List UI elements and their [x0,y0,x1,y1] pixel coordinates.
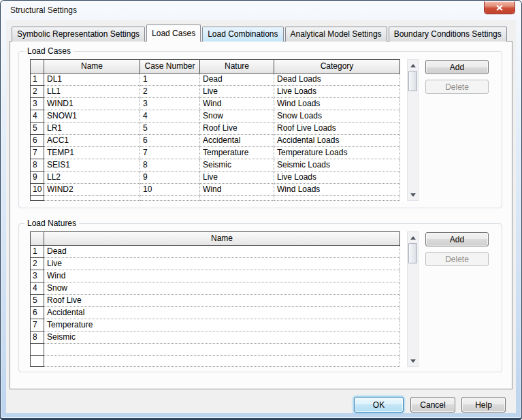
cell-nature[interactable]: Live [200,86,274,98]
cell-case-number[interactable]: 4 [140,110,200,123]
cell-name[interactable]: Accidental [44,307,400,319]
row-number[interactable]: 2 [30,86,44,98]
table-row[interactable]: 2 Live [30,258,400,270]
cell-category[interactable]: Dead Loads [274,74,400,86]
table-row[interactable]: 7 Temperature [30,319,400,332]
cell-nature[interactable]: Wind [200,184,274,196]
cell-category[interactable]: Accidental Loads [274,135,400,147]
cell-category[interactable]: Live Loads [274,172,400,184]
cell-case-number[interactable]: 8 [140,159,200,172]
row-number[interactable]: 5 [30,123,44,135]
table-row[interactable]: 2 LL1 2 Live Live Loads [30,86,400,98]
cell-name[interactable]: WIND2 [44,184,140,196]
column-header-name[interactable]: Name [44,231,400,246]
row-number[interactable]: 3 [30,270,44,282]
cell-nature[interactable]: Accidental [200,135,274,147]
column-header-name[interactable]: Name [44,59,140,74]
load-cases-scrollbar[interactable] [407,59,419,201]
cell-case-number[interactable]: 10 [140,184,200,196]
cell-name[interactable]: Live [44,258,400,270]
cell-category[interactable]: Wind Loads [274,98,400,110]
cell-name[interactable]: Seismic [44,332,400,344]
row-number[interactable]: 4 [30,110,44,123]
cell-nature[interactable]: Seismic [200,159,274,172]
cell-category[interactable]: Temperature Loads [274,147,400,159]
table-row[interactable]: 10 WIND2 10 Wind Wind Loads [30,184,400,196]
cell-category[interactable]: Seismic Loads [274,159,400,172]
row-number[interactable]: 3 [30,98,44,110]
table-row[interactable]: 7 TEMP1 7 Temperature Temperature Loads [30,147,400,159]
cell-name[interactable]: ACC1 [44,135,140,147]
title-bar[interactable]: Structural Settings [1,1,521,20]
cell-name[interactable]: LR1 [44,123,140,135]
cancel-button[interactable]: Cancel [410,397,455,413]
row-number[interactable]: 7 [30,319,44,332]
row-number[interactable]: 1 [30,246,44,258]
row-number[interactable]: 8 [30,159,44,172]
help-button[interactable]: Help [461,397,506,413]
table-row[interactable]: 3 Wind [30,270,400,282]
table-row-empty[interactable] [30,344,400,356]
cell-name[interactable]: Snow [44,282,400,295]
table-row[interactable]: 6 Accidental [30,307,400,319]
cell-category[interactable]: Wind Loads [274,184,400,196]
cell-name[interactable]: WIND1 [44,98,140,110]
load-cases-add-button[interactable]: Add [425,60,489,74]
table-row[interactable]: 4 SNOW1 4 Snow Snow Loads [30,110,400,123]
cell-name[interactable]: Dead [44,246,400,258]
cell-nature[interactable]: Temperature [200,147,274,159]
tab-load-cases[interactable]: Load Cases [146,25,201,42]
cell-nature[interactable]: Dead [200,74,274,86]
row-number[interactable]: 7 [30,147,44,159]
scroll-down-button[interactable] [408,355,418,366]
tab-load-combinations[interactable]: Load Combinations [202,27,283,42]
cell-category[interactable]: Snow Loads [274,110,400,123]
cell-name[interactable]: Roof Live [44,295,400,307]
column-header-nature[interactable]: Nature [200,59,274,74]
cell-case-number[interactable]: 2 [140,86,200,98]
table-row[interactable]: 1 Dead [30,246,400,258]
table-row[interactable]: 9 LL2 9 Live Live Loads [30,172,400,184]
cell-name[interactable]: LL1 [44,86,140,98]
scroll-up-button[interactable] [408,232,418,243]
tab-boundary-conditions-settings[interactable]: Boundary Conditions Settings [389,27,507,42]
table-row[interactable]: 3 WIND1 3 Wind Wind Loads [30,98,400,110]
cell-name[interactable]: TEMP1 [44,147,140,159]
row-number[interactable]: 2 [30,258,44,270]
row-number[interactable]: 10 [30,184,44,196]
cell-name[interactable]: SEIS1 [44,159,140,172]
cell-name[interactable]: SNOW1 [44,110,140,123]
row-number[interactable]: 4 [30,282,44,295]
load-natures-scrollbar[interactable] [407,231,419,367]
table-row[interactable]: 8 SEIS1 8 Seismic Seismic Loads [30,159,400,172]
cell-category[interactable]: Roof Live Loads [274,123,400,135]
close-button[interactable] [484,1,515,14]
cell-case-number[interactable]: 6 [140,135,200,147]
row-number[interactable]: 6 [30,135,44,147]
table-row[interactable]: 6 ACC1 6 Accidental Accidental Loads [30,135,400,147]
table-row[interactable]: 1 DL1 1 Dead Dead Loads [30,74,400,86]
row-number[interactable]: 1 [30,74,44,86]
cell-name[interactable]: DL1 [44,74,140,86]
scroll-down-button[interactable] [408,189,418,200]
cell-case-number[interactable]: 5 [140,123,200,135]
cell-name[interactable]: LL2 [44,172,140,184]
cell-nature[interactable]: Wind [200,98,274,110]
load-natures-add-button[interactable]: Add [425,232,489,246]
ok-button[interactable]: OK [354,397,404,413]
cell-category[interactable]: Live Loads [274,86,400,98]
cell-case-number[interactable]: 7 [140,147,200,159]
cell-nature[interactable]: Live [200,172,274,184]
cell-name[interactable]: Wind [44,270,400,282]
column-header-category[interactable]: Category [274,59,400,74]
cell-nature[interactable]: Snow [200,110,274,123]
cell-case-number[interactable]: 1 [140,74,200,86]
table-row[interactable]: 8 Seismic [30,332,400,344]
scrollbar-thumb[interactable] [408,243,417,263]
table-row[interactable]: 5 LR1 5 Roof Live Roof Live Loads [30,123,400,135]
row-number[interactable]: 8 [30,332,44,344]
tab-symbolic-representation-settings[interactable]: Symbolic Representation Settings [12,27,145,42]
scroll-up-button[interactable] [408,60,418,71]
row-number[interactable]: 5 [30,295,44,307]
row-number[interactable]: 6 [30,307,44,319]
